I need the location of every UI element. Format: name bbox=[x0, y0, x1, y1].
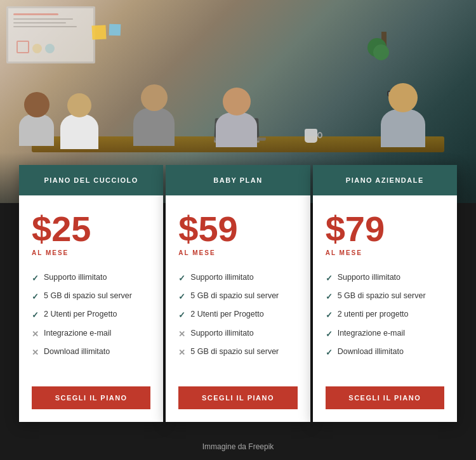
feature-text: 5 GB di spazio sul server bbox=[190, 291, 279, 302]
list-item: ✓5 GB di spazio sul server bbox=[326, 287, 444, 306]
pricing-card-baby-plan: BABY PLAN$59AL MESE✓Supporto illimitato✓… bbox=[166, 165, 310, 422]
features-list-piano-del-cucciolo: ✓Supporto illimitato✓5 GB di spazio sul … bbox=[32, 269, 150, 371]
cross-icon: ✕ bbox=[32, 347, 39, 358]
feature-text: Supporto illimitato bbox=[338, 272, 400, 284]
list-item: ✓Supporto illimitato bbox=[32, 269, 150, 287]
list-item: ✓Download illimitato bbox=[326, 343, 444, 362]
check-icon: ✓ bbox=[32, 310, 39, 321]
cross-icon: ✕ bbox=[32, 329, 39, 340]
pricing-card-piano-del-cucciolo: PIANO DEL CUCCIOLO$25AL MESE✓Supporto il… bbox=[19, 165, 163, 422]
feature-text: Supporto illimitato bbox=[190, 328, 253, 339]
card-body-baby-plan: $59AL MESE✓Supporto illimitato✓5 GB di s… bbox=[166, 195, 310, 422]
period-piano-del-cucciolo: AL MESE bbox=[32, 249, 150, 256]
list-item: ✓2 utenti per progetto bbox=[326, 306, 444, 324]
feature-text: Download illimitato bbox=[338, 346, 404, 358]
period-piano-aziendale: AL MESE bbox=[326, 249, 444, 256]
check-icon: ✓ bbox=[178, 273, 185, 284]
list-item: ✓Supporto illimitato bbox=[178, 269, 297, 287]
check-icon: ✓ bbox=[32, 273, 39, 284]
check-icon: ✓ bbox=[178, 291, 185, 303]
features-list-baby-plan: ✓Supporto illimitato✓5 GB di spazio sul … bbox=[178, 269, 297, 371]
card-header-baby-plan: BABY PLAN bbox=[166, 165, 310, 195]
check-icon: ✓ bbox=[326, 310, 333, 321]
price-baby-plan: $59 bbox=[178, 211, 297, 247]
card-body-piano-aziendale: $79AL MESE✓Supporto illimitato✓5 GB di s… bbox=[313, 195, 457, 422]
person-2 bbox=[60, 93, 98, 149]
list-item: ✕Download illimitato bbox=[32, 343, 150, 362]
sticky-note-2 bbox=[109, 24, 121, 36]
feature-text: Integrazione e-mail bbox=[44, 328, 111, 339]
list-item: ✓2 Utenti per Progetto bbox=[178, 306, 297, 324]
feature-text: 2 utenti per progetto bbox=[338, 309, 409, 320]
price-piano-del-cucciolo: $25 bbox=[32, 211, 150, 247]
cross-icon: ✕ bbox=[178, 347, 185, 358]
check-icon: ✓ bbox=[32, 291, 39, 303]
person-3 bbox=[133, 84, 175, 146]
check-icon: ✓ bbox=[178, 310, 185, 321]
list-item: ✓2 Utenti per Progetto bbox=[32, 306, 150, 324]
feature-text: Download illimitato bbox=[44, 346, 110, 358]
person-5 bbox=[381, 83, 425, 147]
feature-text: 5 GB di spazio sul server bbox=[44, 291, 132, 302]
person-1 bbox=[19, 92, 54, 146]
check-icon: ✓ bbox=[326, 273, 333, 284]
list-item: ✓5 GB di spazio sul server bbox=[32, 287, 150, 306]
list-item: ✓Supporto illimitato bbox=[326, 269, 444, 287]
whiteboard-decoration bbox=[6, 6, 95, 63]
pricing-cards-container: PIANO DEL CUCCIOLO$25AL MESE✓Supporto il… bbox=[19, 165, 457, 422]
list-item: ✕5 GB di spazio sul server bbox=[178, 343, 297, 362]
card-header-piano-aziendale: PIANO AZIENDALE bbox=[313, 165, 457, 195]
coffee-cup bbox=[305, 129, 317, 143]
plant-decoration bbox=[374, 32, 393, 86]
feature-text: 5 GB di spazio sul server bbox=[190, 346, 279, 358]
cta-button-baby-plan[interactable]: SCEGLI IL PIANO bbox=[178, 386, 297, 409]
card-header-piano-del-cucciolo: PIANO DEL CUCCIOLO bbox=[19, 165, 163, 195]
list-item: ✓Integrazione e-mail bbox=[326, 325, 444, 343]
feature-text: Integrazione e-mail bbox=[338, 328, 405, 339]
feature-text: Supporto illimitato bbox=[190, 272, 253, 284]
cta-button-piano-del-cucciolo[interactable]: SCEGLI IL PIANO bbox=[32, 386, 150, 409]
price-piano-aziendale: $79 bbox=[326, 211, 444, 247]
list-item: ✕Integrazione e-mail bbox=[32, 325, 150, 343]
credit-text: Immagine da Freepik bbox=[202, 442, 274, 451]
check-icon: ✓ bbox=[326, 329, 333, 340]
cross-icon: ✕ bbox=[178, 329, 185, 340]
period-baby-plan: AL MESE bbox=[178, 249, 297, 256]
cta-button-piano-aziendale[interactable]: SCEGLI IL PIANO bbox=[326, 386, 444, 409]
list-item: ✕Supporto illimitato bbox=[178, 325, 297, 343]
feature-text: Supporto illimitato bbox=[44, 272, 107, 284]
footer-credit: Immagine da Freepik bbox=[0, 435, 476, 459]
card-body-piano-del-cucciolo: $25AL MESE✓Supporto illimitato✓5 GB di s… bbox=[19, 195, 163, 422]
pricing-section: PIANO DEL CUCCIOLO$25AL MESE✓Supporto il… bbox=[0, 165, 476, 435]
check-icon: ✓ bbox=[326, 291, 333, 303]
feature-text: 2 Utenti per Progetto bbox=[190, 309, 263, 320]
sticky-note bbox=[91, 25, 106, 39]
person-4 bbox=[216, 88, 257, 147]
feature-text: 5 GB di spazio sul server bbox=[338, 291, 426, 302]
pricing-card-piano-aziendale: PIANO AZIENDALE$79AL MESE✓Supporto illim… bbox=[313, 165, 457, 422]
check-icon: ✓ bbox=[326, 347, 333, 358]
features-list-piano-aziendale: ✓Supporto illimitato✓5 GB di spazio sul … bbox=[326, 269, 444, 371]
feature-text: 2 Utenti per Progetto bbox=[44, 309, 117, 320]
list-item: ✓5 GB di spazio sul server bbox=[178, 287, 297, 306]
